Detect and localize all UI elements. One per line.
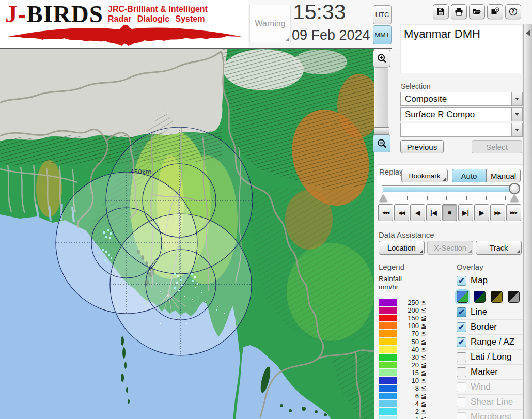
legend-row: 30≦ <box>379 353 441 361</box>
line-checkbox[interactable] <box>457 307 466 317</box>
rewind-full-button[interactable]: ◀◀◀ <box>378 204 393 221</box>
range-ring-label: 450km <box>130 168 152 176</box>
map-zoom-track[interactable] <box>375 67 388 127</box>
map-checkbox[interactable] <box>457 276 466 286</box>
previous-button[interactable]: Previous <box>400 140 444 153</box>
map-style-swatch-2[interactable] <box>474 291 486 303</box>
location-button-label: Location <box>387 244 416 252</box>
forward-full-button[interactable]: ▶▶▶ <box>506 204 521 221</box>
manual-button-label: Manual <box>491 172 516 180</box>
wind-checkbox[interactable] <box>457 382 466 392</box>
location-corner-icon <box>419 250 423 253</box>
legend-color-swatch <box>379 369 397 376</box>
microburst-checkbox[interactable] <box>457 412 466 419</box>
x-section-button[interactable]: X-Section <box>427 241 473 255</box>
dropdown-button[interactable] <box>511 92 522 105</box>
range-az-checkbox[interactable] <box>457 337 466 347</box>
marker-checkbox[interactable] <box>457 367 466 377</box>
open-file-button[interactable] <box>469 4 485 19</box>
x-section-button-label: X-Section <box>434 244 466 252</box>
chevron-down-icon <box>515 129 519 131</box>
overlay-item-border[interactable]: Border <box>457 320 523 335</box>
help-button[interactable]: ? <box>505 4 521 19</box>
print-button[interactable] <box>451 4 467 19</box>
chevron-down-icon <box>515 98 519 100</box>
legend-row: 8≦ <box>379 384 441 392</box>
replay-slider-track[interactable] <box>382 185 520 193</box>
overlay-item-map[interactable]: Map <box>457 273 523 288</box>
legend-color-swatch <box>379 346 397 353</box>
stop-button[interactable]: ■ <box>442 204 457 221</box>
legend-title: Rainfall <box>379 275 441 283</box>
radar-map[interactable]: 450km <box>0 49 374 419</box>
overlay-item-lati-long[interactable]: Lati / Long <box>457 350 523 365</box>
overlay-item-microburst[interactable]: Microburst <box>457 410 523 419</box>
text-caret <box>460 51 460 70</box>
jbirds-app: J-BIRDS JRC-Brilliant & Intelligent Rada… <box>0 0 532 419</box>
utc-toggle-button[interactable]: UTC <box>373 5 392 24</box>
previous-button-label: Previous <box>407 143 437 151</box>
warning-button[interactable]: Warning <box>249 5 291 42</box>
legend-row: 250≦ <box>379 299 441 306</box>
logo-subtitle-2: Radar Dialogic System <box>108 14 205 24</box>
selection-dropdown-1[interactable]: Composite <box>400 92 523 106</box>
legend-row: 50≦ <box>379 337 441 345</box>
lati-long-checkbox[interactable] <box>457 352 466 362</box>
location-button[interactable]: Location <box>379 241 425 255</box>
selection-dropdown-3[interactable] <box>400 123 523 137</box>
overlay-label: Overlay <box>457 262 483 271</box>
site-name-box[interactable]: Myanmar DMH <box>400 24 523 73</box>
fast-rewind-button[interactable]: ◀◀ <box>394 204 409 221</box>
mmt-toggle-button[interactable]: MMT <box>373 25 392 44</box>
overlay-item-shear-line[interactable]: Shear Line <box>457 395 523 410</box>
overlay-item-marker[interactable]: Marker <box>457 365 523 380</box>
bookmark-button[interactable]: Bookmark <box>401 169 448 182</box>
slider-start-marker[interactable] <box>379 194 387 202</box>
shear-line-checkbox[interactable] <box>457 397 466 407</box>
track-button[interactable]: Track <box>476 241 522 255</box>
dropdown-button[interactable] <box>511 123 522 136</box>
legend-row: 200≦ <box>379 306 441 314</box>
select-button[interactable]: Select <box>472 140 522 153</box>
auto-mode-button[interactable]: Auto <box>452 169 486 182</box>
overlay-item-range-az[interactable]: Range / AZ <box>457 335 523 350</box>
track-corner-icon <box>517 250 520 253</box>
legend-row: 2≦ <box>379 408 441 415</box>
chevron-down-icon <box>515 113 519 116</box>
map-zoom-thumb[interactable] <box>374 127 389 135</box>
legend-row: 4≦ <box>379 400 441 408</box>
step-forward-button[interactable]: ▶| <box>458 204 473 221</box>
legend-color-swatch <box>379 338 397 345</box>
slider-end-marker[interactable] <box>510 194 519 202</box>
map-style-swatch-3[interactable] <box>491 291 503 303</box>
select-button-label: Select <box>486 143 508 151</box>
map-style-swatch-4[interactable] <box>508 291 520 303</box>
snapshot-icon <box>491 7 499 16</box>
snapshot-button[interactable] <box>487 4 503 19</box>
zoom-out-button[interactable] <box>373 135 390 152</box>
dropdown-button[interactable] <box>511 108 522 121</box>
play-reverse-button[interactable]: ◀ <box>410 204 425 221</box>
overlay-list: Map Line Border Range / AZ Lati / Long M… <box>457 273 523 419</box>
slider-tick <box>466 196 467 200</box>
border-checkbox[interactable] <box>457 322 466 332</box>
step-back-button[interactable]: |◀ <box>426 204 441 221</box>
map-style-swatch-1[interactable] <box>457 291 468 303</box>
overlay-item-line[interactable]: Line <box>457 305 523 320</box>
legend-color-swatch <box>379 400 397 407</box>
clock-date: 09 Feb 2024 <box>292 27 374 43</box>
legend-row: 15≦ <box>379 369 441 377</box>
legend-row: 1≦ <box>379 415 441 419</box>
slider-tick <box>407 196 408 200</box>
zoom-out-icon <box>377 138 387 149</box>
play-button[interactable]: ▶ <box>474 204 489 221</box>
fast-forward-button[interactable]: ▶▶ <box>490 204 505 221</box>
help-icon: ? <box>509 7 518 16</box>
replay-slider-thumb[interactable] <box>509 183 520 194</box>
save-button[interactable] <box>433 4 449 19</box>
manual-mode-button[interactable]: Manual <box>486 169 521 182</box>
selection-dropdown-2[interactable]: Surface R Compo <box>400 107 523 121</box>
zoom-in-button[interactable] <box>373 50 390 67</box>
overlay-item-wind[interactable]: Wind <box>457 380 523 395</box>
panel-collapse-gutter[interactable] <box>523 24 532 419</box>
